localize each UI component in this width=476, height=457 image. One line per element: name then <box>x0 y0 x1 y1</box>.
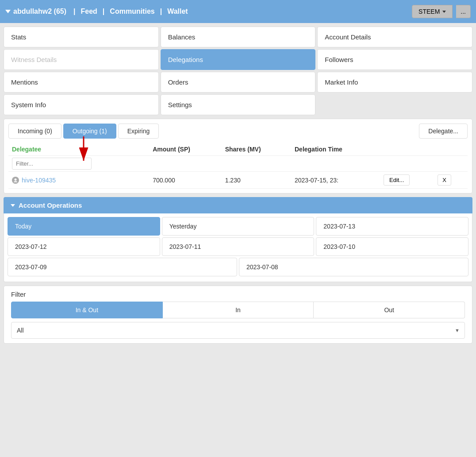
account-ops-chevron-icon <box>11 204 15 207</box>
wallet-link[interactable]: Wallet <box>165 8 190 15</box>
menu-item-witness-details: Witness Details <box>4 49 159 70</box>
delete-button[interactable]: X <box>438 174 451 186</box>
username-label: abdullahw2 (65) <box>13 8 66 15</box>
col-amount: Amount (SP) <box>149 143 222 156</box>
brand-logo[interactable]: abdullahw2 (65) <box>5 8 66 15</box>
shares-cell: 1.230 <box>222 172 291 189</box>
date-grid-row1: Today Yesterday 2023-07-13 <box>8 217 468 236</box>
delegatee-link[interactable]: hive-109435 <box>12 177 146 184</box>
menu-item-system-info[interactable]: System Info <box>4 94 159 115</box>
account-ops-title: Account Operations <box>19 201 82 209</box>
menu-item-settings[interactable]: Settings <box>161 94 316 115</box>
delegation-table: Delegatee Amount (SP) Shares (MV) Delega… <box>8 143 468 189</box>
date-item-yesterday[interactable]: Yesterday <box>162 217 315 236</box>
account-ops-body: Today Yesterday 2023-07-13 2023-07-12 20… <box>4 213 472 282</box>
filter-button-row: In & Out In Out <box>11 302 465 318</box>
filter-btn-in-out[interactable]: In & Out <box>11 302 163 318</box>
menu-item-mentions[interactable]: Mentions <box>4 72 159 93</box>
communities-link[interactable]: Communities <box>108 8 156 15</box>
account-operations-section: Account Operations Today Yesterday 2023-… <box>4 197 472 282</box>
col-time: Delegation Time <box>291 143 380 156</box>
filter-cell <box>8 156 149 172</box>
filter-label: Filter <box>11 290 465 298</box>
date-item-0711[interactable]: 2023-07-11 <box>162 237 315 256</box>
col-delegatee: Delegatee <box>8 143 149 156</box>
menu-grid: Stats Balances Account Details Witness D… <box>4 27 472 115</box>
delegation-table-wrapper: Delegatee Amount (SP) Shares (MV) Delega… <box>8 143 468 189</box>
date-item-today[interactable]: Today <box>8 217 160 236</box>
date-item-0708[interactable]: 2023-07-08 <box>239 258 468 276</box>
more-options-button[interactable]: ... <box>456 5 471 18</box>
feed-link[interactable]: Feed <box>79 8 99 15</box>
empty-cell-1 <box>149 156 222 172</box>
steem-button[interactable]: STEEM <box>412 5 453 18</box>
date-item-0709[interactable]: 2023-07-09 <box>8 258 237 276</box>
filter-type-select[interactable]: All <box>11 322 465 339</box>
svg-point-2 <box>15 178 17 181</box>
menu-item-followers[interactable]: Followers <box>317 49 472 70</box>
col-delete-header <box>434 143 468 156</box>
date-item-0712[interactable]: 2023-07-12 <box>8 237 160 256</box>
tab-delegate[interactable]: Delegate... <box>419 124 468 139</box>
filter-section: Filter In & Out In Out All <box>4 286 472 344</box>
col-edit-header <box>380 143 434 156</box>
date-grid-row2: 2023-07-12 2023-07-11 2023-07-10 <box>8 237 468 256</box>
menu-item-account-details[interactable]: Account Details <box>317 27 472 47</box>
tab-expiring[interactable]: Expiring <box>118 124 159 139</box>
user-icon <box>12 177 19 184</box>
table-header-row: Delegatee Amount (SP) Shares (MV) Delega… <box>8 143 468 156</box>
col-shares: Shares (MV) <box>222 143 291 156</box>
date-item-0713[interactable]: 2023-07-13 <box>316 217 468 236</box>
table-row: hive-109435 700.000 1.230 2023-07-15, 23… <box>8 172 468 189</box>
edit-cell: Edit... <box>380 172 434 189</box>
delegations-section: Incoming (0) Outgoing (1) Expiring Deleg… <box>4 119 472 194</box>
delete-cell: X <box>434 172 468 189</box>
menu-item-orders[interactable]: Orders <box>161 72 316 93</box>
edit-button[interactable]: Edit... <box>384 174 410 186</box>
filter-btn-in[interactable]: In <box>163 302 314 318</box>
menu-item-delegations[interactable]: Delegations <box>161 49 316 70</box>
filter-select-wrapper: All <box>11 322 465 339</box>
top-navigation: abdullahw2 (65) | Feed | Communities | W… <box>0 0 476 23</box>
menu-item-stats[interactable]: Stats <box>4 27 159 47</box>
amount-cell: 700.000 <box>149 172 222 189</box>
filter-btn-out[interactable]: Out <box>314 302 465 318</box>
steem-label: STEEM <box>418 8 440 15</box>
empty-cell-5 <box>434 156 468 172</box>
menu-item-market-info[interactable]: Market Info <box>317 72 472 93</box>
date-grid-row3: 2023-07-09 2023-07-08 <box>8 258 468 276</box>
empty-cell-3 <box>291 156 380 172</box>
delegations-tab-row: Incoming (0) Outgoing (1) Expiring Deleg… <box>8 124 468 139</box>
empty-cell-4 <box>380 156 434 172</box>
steem-chevron-icon <box>442 11 446 13</box>
nav-links: | Feed | Communities | Wallet <box>70 8 190 15</box>
menu-placeholder <box>317 94 472 115</box>
empty-cell-2 <box>222 156 291 172</box>
account-ops-header: Account Operations <box>4 197 472 213</box>
chevron-down-icon <box>5 10 11 13</box>
table-filter-row <box>8 156 468 172</box>
delegatee-filter-input[interactable] <box>12 158 92 170</box>
delegatee-cell: hive-109435 <box>8 172 149 189</box>
time-cell: 2023-07-15, 23: <box>291 172 380 189</box>
menu-item-balances[interactable]: Balances <box>161 27 316 47</box>
tab-incoming[interactable]: Incoming (0) <box>8 124 61 139</box>
tab-outgoing[interactable]: Outgoing (1) <box>63 124 116 139</box>
date-item-0710[interactable]: 2023-07-10 <box>316 237 468 256</box>
